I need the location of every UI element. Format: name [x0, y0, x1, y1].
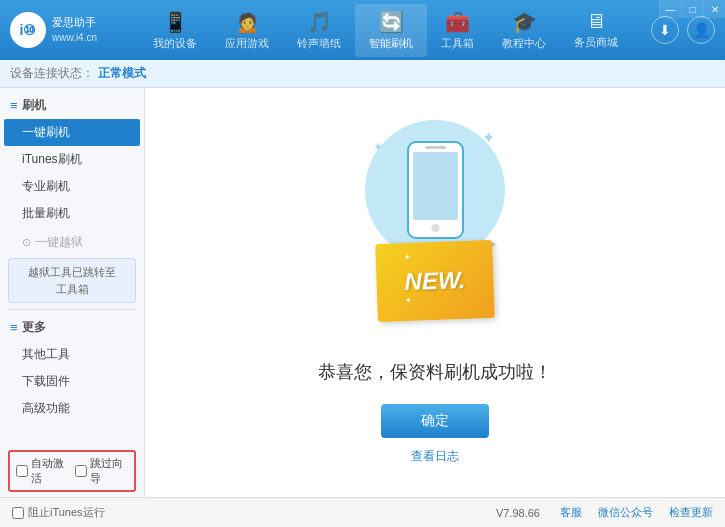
flash-section: ≡ 刷机 一键刷机 iTunes刷机 专业刷机 批量刷机: [0, 92, 144, 227]
nav-tutorial[interactable]: 🎓 教程中心: [488, 4, 560, 57]
maximize-button[interactable]: □: [681, 0, 703, 18]
wechat-link[interactable]: 微信公众号: [598, 505, 653, 520]
version-label: V7.98.66: [496, 507, 540, 519]
header-right: ⬇ 👤: [651, 16, 715, 44]
sidebar-item-pro-flash[interactable]: 专业刷机: [0, 173, 144, 200]
nav-apps-games[interactable]: 🙍 应用游戏: [211, 4, 283, 57]
svg-point-3: [431, 224, 439, 232]
flash-section-header: ≡ 刷机: [0, 92, 144, 119]
phone-circle: ✦ ✦ ✦: [365, 120, 505, 260]
app-header: i⑩ 爱思助手 www.i4.cn 📱 我的设备 🙍 应用游戏 🎵 铃声墙纸 🔄…: [0, 0, 725, 60]
auto-options-row: 自动激活 跳过向导: [8, 450, 136, 492]
smart-flash-icon: 🔄: [379, 10, 404, 34]
close-button[interactable]: ✕: [703, 0, 725, 18]
home-link[interactable]: 客服: [560, 505, 582, 520]
my-device-icon: 📱: [163, 10, 188, 34]
jailbreak-note: 越狱工具已跳转至 工具箱: [8, 258, 136, 303]
logo-text: 爱思助手 www.i4.cn: [52, 15, 97, 44]
more-section-icon: ≡: [10, 320, 18, 335]
check-update-link[interactable]: 检查更新: [669, 505, 713, 520]
sidebar-divider: [8, 309, 136, 310]
view-log-link[interactable]: 查看日志: [411, 448, 459, 465]
svg-rect-2: [425, 146, 446, 149]
sidebar-item-advanced[interactable]: 高级功能: [0, 395, 144, 422]
ringtones-icon: 🎵: [307, 10, 332, 34]
nav-my-device[interactable]: 📱 我的设备: [139, 4, 211, 57]
new-badge-text: NEW.: [404, 266, 466, 295]
toolbar-strip: 设备连接状态： 正常模式: [0, 60, 725, 88]
window-controls: — □ ✕: [659, 0, 725, 18]
nav-service[interactable]: 🖥 务员商城: [560, 4, 632, 57]
more-section-header: ≡ 更多: [0, 314, 144, 341]
stop-itunes-checkbox[interactable]: [12, 507, 24, 519]
sidebar-bottom: 自动激活 跳过向导 📱 iPhone 15 Pro Max 512GB iPho…: [0, 444, 144, 497]
flash-section-icon: ≡: [10, 98, 18, 113]
sidebar-item-one-key-flash[interactable]: 一键刷机: [4, 119, 140, 146]
success-message: 恭喜您，保资料刷机成功啦！: [318, 360, 552, 384]
auto-activate-input[interactable]: [16, 465, 28, 477]
sidebar-item-batch-flash[interactable]: 批量刷机: [0, 200, 144, 227]
sidebar-item-other-tools[interactable]: 其他工具: [0, 341, 144, 368]
nav-toolbox[interactable]: 🧰 工具箱: [427, 4, 488, 57]
sidebar: ≡ 刷机 一键刷机 iTunes刷机 专业刷机 批量刷机 ⊙ 一键越狱 越狱工具…: [0, 88, 145, 497]
app-logo: i⑩ 爱思助手 www.i4.cn: [10, 12, 120, 48]
new-badge: ✦ NEW. ✦: [375, 240, 495, 322]
stop-itunes-control: 阻止iTunes运行: [12, 505, 105, 520]
main-nav: 📱 我的设备 🙍 应用游戏 🎵 铃声墙纸 🔄 智能刷机 🧰 工具箱 🎓: [120, 4, 651, 57]
nav-smart-flash[interactable]: 🔄 智能刷机: [355, 4, 427, 57]
sparkle-top-right: ✦: [482, 128, 495, 147]
auto-guide-checkbox[interactable]: 跳过向导: [75, 456, 128, 486]
more-section: ≡ 更多 其他工具 下载固件 高级功能: [0, 314, 144, 422]
apps-games-icon: 🙍: [235, 10, 260, 34]
toolbox-icon: 🧰: [445, 10, 470, 34]
phone-svg: [403, 140, 468, 240]
success-illustration: ✦ ✦ ✦ ✦ NEW. ✦: [335, 120, 535, 340]
minimize-button[interactable]: —: [659, 0, 681, 18]
sidebar-item-download-firmware[interactable]: 下载固件: [0, 368, 144, 395]
star-left: ✦: [404, 253, 411, 262]
logo-icon: i⑩: [10, 12, 46, 48]
user-icon[interactable]: 👤: [687, 16, 715, 44]
sidebar-disabled-jailbreak: ⊙ 一键越狱: [0, 229, 144, 256]
service-icon: 🖥: [586, 10, 606, 33]
tutorial-icon: 🎓: [512, 10, 537, 34]
main-content: ✦ ✦ ✦ ✦ NEW. ✦ 恭喜您，保资料刷机成功啦！ 确定 查看日志: [145, 88, 725, 497]
auto-guide-input[interactable]: [75, 465, 87, 477]
auto-activate-checkbox[interactable]: 自动激活: [16, 456, 69, 486]
download-icon[interactable]: ⬇: [651, 16, 679, 44]
main-layout: ≡ 刷机 一键刷机 iTunes刷机 专业刷机 批量刷机 ⊙ 一键越狱 越狱工具…: [0, 88, 725, 497]
sidebar-item-itunes-flash[interactable]: iTunes刷机: [0, 146, 144, 173]
status-bar: 阻止iTunes运行 V7.98.66 客服 微信公众号 检查更新: [0, 497, 725, 527]
nav-ringtones[interactable]: 🎵 铃声墙纸: [283, 4, 355, 57]
svg-rect-1: [413, 152, 458, 220]
confirm-button[interactable]: 确定: [381, 404, 489, 438]
sparkle-top-left: ✦: [373, 140, 383, 154]
status-bar-links: 客服 微信公众号 检查更新: [560, 505, 713, 520]
star-right: ✦: [405, 296, 412, 305]
